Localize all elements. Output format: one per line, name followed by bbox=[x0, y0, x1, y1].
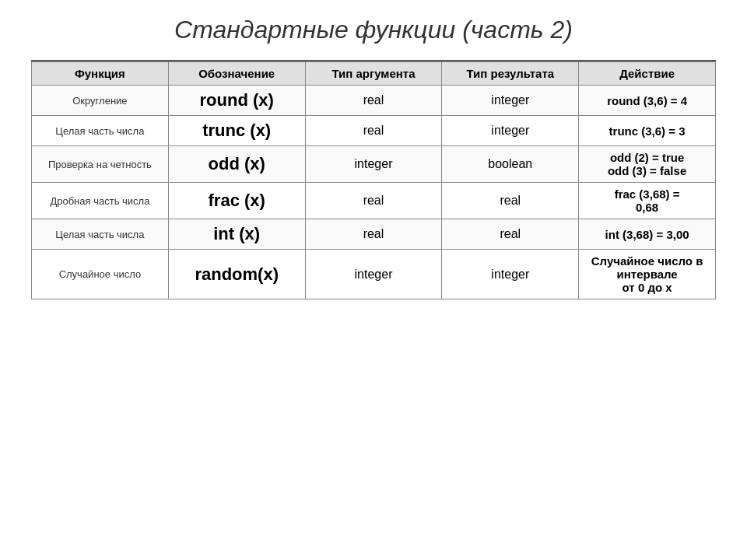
function-label: Целая часть числа bbox=[32, 219, 169, 250]
table-row: Округлениеround (x)realintegerround (3,6… bbox=[32, 86, 716, 116]
function-label: Целая часть числа bbox=[32, 116, 169, 146]
res-type-cell: real bbox=[442, 183, 579, 219]
arg-type-cell: real bbox=[305, 183, 442, 219]
action-cell: trunc (3,6) = 3 bbox=[579, 116, 716, 146]
header-res-type: Тип результата bbox=[442, 62, 579, 86]
action-cell: round (3,6) = 4 bbox=[579, 86, 716, 116]
notation-cell: trunc (x) bbox=[168, 116, 305, 146]
notation-cell: odd (x) bbox=[168, 146, 305, 183]
arg-type-cell: integer bbox=[305, 146, 442, 183]
header-function: Функция bbox=[32, 62, 169, 86]
action-cell: int (3,68) = 3,00 bbox=[579, 219, 716, 250]
res-type-cell: integer bbox=[442, 86, 579, 116]
table-header-row: Функция Обозначение Тип аргумента Тип ре… bbox=[32, 62, 716, 86]
notation-cell: round (x) bbox=[168, 86, 305, 116]
arg-type-cell: real bbox=[305, 116, 442, 146]
res-type-cell: real bbox=[442, 219, 579, 250]
table-row: Проверка на четностьodd (x)integerboolea… bbox=[32, 146, 716, 183]
function-label: Округление bbox=[32, 86, 169, 116]
action-cell: Случайное число в интервале от 0 до x bbox=[579, 250, 716, 299]
res-type-cell: integer bbox=[442, 250, 579, 299]
notation-cell: frac (x) bbox=[168, 183, 305, 219]
table-row: Случайное числоrandom(x)integerintegerСл… bbox=[32, 250, 716, 299]
page-title: Стандартные функции (часть 2) bbox=[31, 16, 716, 44]
header-arg-type: Тип аргумента bbox=[305, 62, 442, 86]
arg-type-cell: real bbox=[305, 86, 442, 116]
notation-cell: random(x) bbox=[168, 250, 305, 299]
res-type-cell: boolean bbox=[442, 146, 579, 183]
table-row: Целая часть числаtrunc (x)realintegertru… bbox=[32, 116, 716, 146]
table-row: Дробная часть числаfrac (x)realrealfrac … bbox=[32, 183, 716, 219]
arg-type-cell: real bbox=[305, 219, 442, 250]
res-type-cell: integer bbox=[442, 116, 579, 146]
action-cell: odd (2) = true odd (3) = false bbox=[579, 146, 716, 183]
function-label: Случайное число bbox=[32, 250, 169, 299]
function-label: Проверка на четность bbox=[32, 146, 169, 183]
function-label: Дробная часть числа bbox=[32, 183, 169, 219]
arg-type-cell: integer bbox=[305, 250, 442, 299]
table-row: Целая часть числаint (x)realrealint (3,6… bbox=[32, 219, 716, 250]
action-cell: frac (3,68) = 0,68 bbox=[579, 183, 716, 219]
header-action: Действие bbox=[579, 62, 716, 86]
functions-table: Функция Обозначение Тип аргумента Тип ре… bbox=[31, 61, 716, 299]
header-notation: Обозначение bbox=[168, 62, 305, 86]
notation-cell: int (x) bbox=[168, 219, 305, 250]
